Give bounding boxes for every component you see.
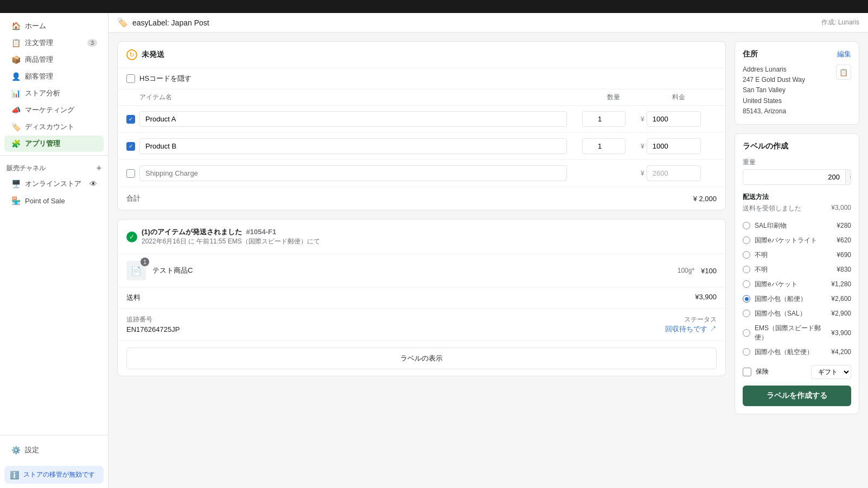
products-icon: 📦 — [11, 55, 21, 65]
item-price-product-b[interactable] — [647, 138, 701, 154]
shipping-option-unknown1[interactable]: 不明 ¥690 — [743, 248, 851, 262]
shipping-option-intl-parcel-air[interactable]: 国際小包（航空便） ¥4,200 — [743, 345, 851, 359]
sidebar-item-online-store[interactable]: 🖥️ オンラインストア 👁 — [4, 176, 104, 192]
address-line: Addres Lunaris — [743, 65, 832, 75]
sidebar-label-online-store: オンラインストア — [25, 179, 81, 189]
tracking-row: 追跡番号 EN176264725JP ステータス 回収待ちです ↗ — [118, 309, 725, 341]
shipping-option-intl-parcel-sea[interactable]: 国際小包（船便） ¥2,600 — [743, 292, 851, 306]
settings-icon: ⚙️ — [11, 445, 21, 455]
delivery-status-value: ¥3,000 — [831, 204, 851, 213]
sidebar-item-app-management[interactable]: 🧩 アプリ管理 — [4, 136, 104, 152]
sidebar-label-discounts: ディスカウント — [25, 122, 74, 132]
sidebar-item-products[interactable]: 📦 商品管理 — [4, 52, 104, 68]
shipping-charge-input[interactable] — [139, 165, 567, 181]
shipping-option-intl-parcel-sal[interactable]: 国際小包（SAL） ¥2,900 — [743, 306, 851, 321]
item-name-input-product-a[interactable] — [139, 111, 567, 127]
address-line: San Tan Valley — [743, 85, 832, 95]
sidebar-item-marketing[interactable]: 📣 マーケティング — [4, 102, 104, 118]
item-checkbox-product-b[interactable] — [126, 142, 135, 151]
create-label-button[interactable]: ラベルを作成する — [743, 386, 851, 406]
total-row: 合計 ¥ 2,000 — [118, 187, 725, 210]
option-label-ems: EMS（国際スピード郵便） — [755, 324, 827, 342]
item-qty-product-b[interactable] — [582, 138, 626, 154]
address-text: Addres Lunaris247 E Gold Dust WaySan Tan… — [743, 65, 832, 117]
weight-input[interactable] — [743, 170, 845, 184]
price-symbol-b: ¥ — [641, 143, 644, 150]
settings-label: 設定 — [25, 445, 39, 455]
marketing-icon: 📣 — [11, 105, 21, 115]
store-migration-banner[interactable]: ℹ️ ストアの移管が無効です — [4, 466, 104, 484]
analytics-icon: 📊 — [11, 88, 21, 98]
sidebar-nav: 🏠 ホーム 📋 注文管理 3 📦 商品管理 👤 顧客管理 📊 ストア分析 📣 マ… — [0, 13, 108, 432]
info-icon: ℹ️ — [10, 471, 19, 479]
address-line: 85143, Arizona — [743, 106, 832, 117]
radio-intl-epacket-lite[interactable] — [743, 236, 750, 244]
shipping-option-ems[interactable]: EMS（国際スピード郵便） ¥3,900 — [743, 321, 851, 345]
gift-select[interactable]: ギフト — [811, 365, 851, 379]
shipped-title: (1)のアイテムが発送されました — [142, 228, 242, 236]
view-label-button[interactable]: ラベルの表示 — [126, 348, 717, 369]
sidebar-item-discounts[interactable]: 🏷️ ディスカウント — [4, 119, 104, 135]
shipped-item-details: テスト商品C — [152, 266, 671, 275]
online-store-icon: 🖥️ — [11, 179, 21, 189]
address-header: 住所 編集 — [743, 49, 851, 59]
tracking-info: 追跡番号 EN176264725JP — [126, 315, 180, 333]
copy-address-icon[interactable]: 📋 — [836, 65, 851, 80]
right-panel: 住所 編集 Addres Lunaris247 E Gold Dust WayS… — [735, 41, 859, 479]
sidebar-item-analytics[interactable]: 📊 ストア分析 — [4, 85, 104, 101]
add-channel-icon[interactable]: + — [97, 163, 101, 173]
address-content: Addres Lunaris247 E Gold Dust WaySan Tan… — [743, 65, 851, 117]
top-bar — [0, 0, 868, 13]
item-price-product-a[interactable] — [647, 111, 701, 127]
item-qty-product-a[interactable] — [582, 111, 626, 127]
option-price-intl-parcel-sea: ¥2,600 — [831, 295, 851, 303]
sidebar-item-point-of-sale[interactable]: 🏪 Point of Sale — [4, 192, 104, 209]
radio-sal[interactable] — [743, 222, 750, 229]
shipping-option-intl-epacket[interactable]: 国際eパケット ¥1,280 — [743, 277, 851, 292]
discounts-icon: 🏷️ — [11, 122, 21, 132]
content-area: 未発送 HSコードを隠す アイテム名 数量 料金 — [108, 33, 868, 488]
label-create-card: ラベルの作成 重量 g 配送方法 送料を受領しました ¥3,000 SAL印刷物… — [735, 133, 859, 414]
shipping-option-sal[interactable]: SAL印刷物 ¥280 — [743, 219, 851, 233]
edit-address-link[interactable]: 編集 — [837, 49, 851, 59]
option-price-sal: ¥280 — [837, 222, 851, 229]
visibility-icon[interactable]: 👁 — [90, 179, 97, 188]
option-label-unknown2: 不明 — [755, 265, 832, 274]
shipping-option-intl-epacket-lite[interactable]: 国際eパケットライト ¥620 — [743, 233, 851, 248]
option-label-sal: SAL印刷物 — [755, 221, 832, 230]
radio-unknown1[interactable] — [743, 251, 750, 259]
app-management-icon: 🧩 — [11, 139, 21, 149]
shipping-charge-price[interactable] — [647, 165, 701, 181]
creator-label: 作成: Lunaris — [821, 18, 859, 27]
customers-icon: 👤 — [11, 72, 21, 81]
col-item-name: アイテム名 — [139, 93, 586, 102]
radio-intl-epacket[interactable] — [743, 280, 750, 288]
radio-ems[interactable] — [743, 329, 750, 337]
page-header-left: 🏷️ easyLabel: Japan Post — [117, 17, 209, 28]
col-quantity: 数量 — [586, 93, 641, 102]
status-link[interactable]: 回収待ちです ↗ — [665, 325, 717, 333]
sidebar-item-orders[interactable]: 📋 注文管理 3 — [4, 35, 104, 51]
radio-unknown2[interactable] — [743, 266, 750, 273]
label-create-title: ラベルの作成 — [743, 142, 851, 151]
sidebar-item-home[interactable]: 🏠 ホーム — [4, 18, 104, 34]
shipping-option-unknown2[interactable]: 不明 ¥830 — [743, 262, 851, 277]
orders-icon: 📋 — [11, 38, 21, 48]
radio-intl-parcel-sal[interactable] — [743, 310, 750, 317]
insurance-checkbox[interactable] — [743, 368, 751, 376]
item-name-input-product-b[interactable] — [139, 138, 567, 154]
radio-intl-parcel-sea[interactable] — [743, 295, 750, 303]
tracking-number: EN176264725JP — [126, 325, 180, 333]
sidebar-item-customers[interactable]: 👤 顧客管理 — [4, 68, 104, 85]
item-checkbox-product-a[interactable] — [126, 115, 135, 124]
shipping-charge-checkbox[interactable] — [126, 169, 135, 178]
item-thumb-icon: 📄 — [131, 266, 142, 276]
tracking-label: 追跡番号 — [126, 315, 180, 324]
item-row-product-b: ¥ — [118, 133, 725, 160]
settings-item[interactable]: ⚙️ 設定 — [0, 439, 108, 461]
weight-unit: g — [845, 170, 851, 184]
hs-code-checkbox[interactable] — [126, 74, 135, 83]
unshipped-card: 未発送 HSコードを隠す アイテム名 数量 料金 — [117, 41, 726, 210]
radio-intl-parcel-air[interactable] — [743, 348, 750, 356]
point-of-sale-icon: 🏪 — [11, 196, 21, 206]
